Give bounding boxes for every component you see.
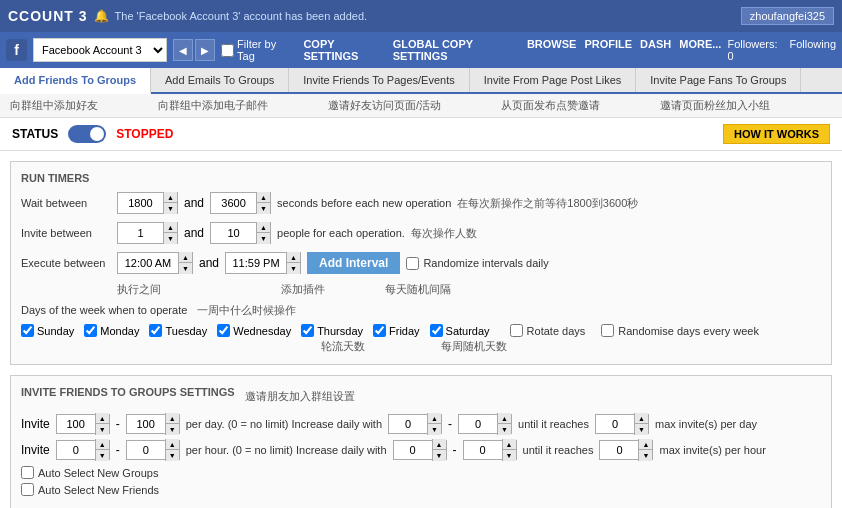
friday-check[interactable]: Friday bbox=[373, 324, 420, 337]
browse-link[interactable]: BROWSE bbox=[527, 38, 577, 62]
randomise-days-label[interactable]: Randomise days every week bbox=[601, 324, 759, 337]
inv1-i2-up[interactable]: ▲ bbox=[497, 413, 511, 424]
invite2-inc2-spinner[interactable]: ▲▼ bbox=[463, 440, 517, 460]
dash-link[interactable]: DASH bbox=[640, 38, 671, 62]
wait-val1-spinner[interactable]: ▲ ▼ bbox=[117, 192, 178, 214]
execute-val1-spinner[interactable]: ▲ ▼ bbox=[117, 252, 193, 274]
invite2-inc1-input[interactable] bbox=[394, 441, 432, 459]
inv2-i2-up[interactable]: ▲ bbox=[502, 439, 516, 450]
execute-val1-down[interactable]: ▼ bbox=[178, 263, 192, 274]
inv1-v1-up[interactable]: ▲ bbox=[95, 413, 109, 424]
invite1-val2-input[interactable] bbox=[127, 415, 165, 433]
invite1-inc2-spinner[interactable]: ▲▼ bbox=[458, 414, 512, 434]
invite1-max-spinner[interactable]: ▲▼ bbox=[595, 414, 649, 434]
invite-val2-up[interactable]: ▲ bbox=[256, 222, 270, 233]
inv2-max-down[interactable]: ▼ bbox=[638, 450, 652, 461]
inv1-i1-down[interactable]: ▼ bbox=[427, 424, 441, 435]
invite2-val1-input[interactable] bbox=[57, 441, 95, 459]
invite2-val2-spinner[interactable]: ▲▼ bbox=[126, 440, 180, 460]
rotate-days-checkbox[interactable] bbox=[510, 324, 523, 337]
inv1-i2-down[interactable]: ▼ bbox=[497, 424, 511, 435]
execute-val1-up[interactable]: ▲ bbox=[178, 252, 192, 263]
tab-invite-from-page-post-likes[interactable]: Invite From Page Post Likes bbox=[470, 68, 637, 92]
invite-val2-spinner[interactable]: ▲ ▼ bbox=[210, 222, 271, 244]
randomize-checkbox-label[interactable]: Randomize intervals daily bbox=[406, 257, 548, 270]
wait-val2-spinner[interactable]: ▲ ▼ bbox=[210, 192, 271, 214]
invite-val1-up[interactable]: ▲ bbox=[163, 222, 177, 233]
wait-val2-down[interactable]: ▼ bbox=[256, 203, 270, 214]
invite-val1-input[interactable] bbox=[118, 223, 163, 243]
randomize-checkbox[interactable] bbox=[406, 257, 419, 270]
auto-select-friends-checkbox[interactable] bbox=[21, 483, 34, 496]
sunday-check[interactable]: Sunday bbox=[21, 324, 74, 337]
invite2-max-spinner[interactable]: ▲▼ bbox=[599, 440, 653, 460]
invite2-inc2-input[interactable] bbox=[464, 441, 502, 459]
tab-add-emails-to-groups[interactable]: Add Emails To Groups bbox=[151, 68, 289, 92]
invite1-val2-spinner[interactable]: ▲▼ bbox=[126, 414, 180, 434]
execute-val2-down[interactable]: ▼ bbox=[286, 263, 300, 274]
invite1-inc2-input[interactable] bbox=[459, 415, 497, 433]
saturday-check[interactable]: Saturday bbox=[430, 324, 490, 337]
invite2-val1-spinner[interactable]: ▲▼ bbox=[56, 440, 110, 460]
wait-val1-down[interactable]: ▼ bbox=[163, 203, 177, 214]
more-link[interactable]: MORE... bbox=[679, 38, 721, 62]
wait-val1-up[interactable]: ▲ bbox=[163, 192, 177, 203]
inv2-v1-down[interactable]: ▼ bbox=[95, 450, 109, 461]
how-it-works-button[interactable]: HOW IT WORKS bbox=[723, 124, 830, 144]
auto-select-friends-row[interactable]: Auto Select New Friends bbox=[21, 483, 821, 496]
inv2-v1-up[interactable]: ▲ bbox=[95, 439, 109, 450]
inv1-v2-up[interactable]: ▲ bbox=[165, 413, 179, 424]
execute-val2-input[interactable] bbox=[226, 253, 286, 273]
filter-by-tag-checkbox[interactable]: Filter by Tag bbox=[221, 38, 293, 62]
invite1-inc1-spinner[interactable]: ▲▼ bbox=[388, 414, 442, 434]
thursday-check[interactable]: Thursday bbox=[301, 324, 363, 337]
invite-val1-down[interactable]: ▼ bbox=[163, 233, 177, 244]
tab-invite-page-fans-to-groups[interactable]: Invite Page Fans To Groups bbox=[636, 68, 801, 92]
inv2-i1-down[interactable]: ▼ bbox=[432, 450, 446, 461]
inv2-v2-up[interactable]: ▲ bbox=[165, 439, 179, 450]
invite1-max-input[interactable] bbox=[596, 415, 634, 433]
wait-val2-input[interactable] bbox=[211, 193, 256, 213]
next-account-button[interactable]: ▶ bbox=[195, 39, 215, 61]
invite1-inc1-input[interactable] bbox=[389, 415, 427, 433]
status-toggle[interactable] bbox=[68, 125, 106, 143]
invite-val2-input[interactable] bbox=[211, 223, 256, 243]
wednesday-check[interactable]: Wednesday bbox=[217, 324, 291, 337]
prev-account-button[interactable]: ◀ bbox=[173, 39, 193, 61]
auto-select-groups-row[interactable]: Auto Select New Groups bbox=[21, 466, 821, 479]
rotate-days-label[interactable]: Rotate days bbox=[510, 324, 586, 337]
wait-val2-up[interactable]: ▲ bbox=[256, 192, 270, 203]
tuesday-check[interactable]: Tuesday bbox=[149, 324, 207, 337]
inv2-i1-up[interactable]: ▲ bbox=[432, 439, 446, 450]
inv2-i2-down[interactable]: ▼ bbox=[502, 450, 516, 461]
tab-invite-friends-to-pages[interactable]: Invite Friends To Pages/Events bbox=[289, 68, 469, 92]
account-selector[interactable]: Facebook Account 3 bbox=[33, 38, 167, 62]
inv1-v2-down[interactable]: ▼ bbox=[165, 424, 179, 435]
inv2-max-up[interactable]: ▲ bbox=[638, 439, 652, 450]
add-interval-button[interactable]: Add Interval bbox=[307, 252, 400, 274]
invite1-val1-input[interactable] bbox=[57, 415, 95, 433]
invite2-val2-input[interactable] bbox=[127, 441, 165, 459]
randomise-days-checkbox[interactable] bbox=[601, 324, 614, 337]
copy-settings-link[interactable]: COPY SETTINGS bbox=[303, 38, 384, 62]
monday-check[interactable]: Monday bbox=[84, 324, 139, 337]
invite-val2-down[interactable]: ▼ bbox=[256, 233, 270, 244]
execute-val1-input[interactable] bbox=[118, 253, 178, 273]
inv2-v2-down[interactable]: ▼ bbox=[165, 450, 179, 461]
execute-val2-spinner[interactable]: ▲ ▼ bbox=[225, 252, 301, 274]
profile-link[interactable]: PROFILE bbox=[584, 38, 632, 62]
tab-add-friends-to-groups[interactable]: Add Friends To Groups bbox=[0, 68, 151, 94]
inv1-v1-down[interactable]: ▼ bbox=[95, 424, 109, 435]
filter-by-tag-input[interactable] bbox=[221, 44, 234, 57]
auto-select-groups-checkbox[interactable] bbox=[21, 466, 34, 479]
wait-val1-input[interactable] bbox=[118, 193, 163, 213]
invite1-val1-spinner[interactable]: ▲▼ bbox=[56, 414, 110, 434]
invite2-inc1-spinner[interactable]: ▲▼ bbox=[393, 440, 447, 460]
global-copy-settings-link[interactable]: GLOBAL COPY SETTINGS bbox=[393, 38, 519, 62]
invite-val1-spinner[interactable]: ▲ ▼ bbox=[117, 222, 178, 244]
execute-val2-up[interactable]: ▲ bbox=[286, 252, 300, 263]
invite2-max-input[interactable] bbox=[600, 441, 638, 459]
inv1-max-up[interactable]: ▲ bbox=[634, 413, 648, 424]
inv1-max-down[interactable]: ▼ bbox=[634, 424, 648, 435]
inv1-i1-up[interactable]: ▲ bbox=[427, 413, 441, 424]
